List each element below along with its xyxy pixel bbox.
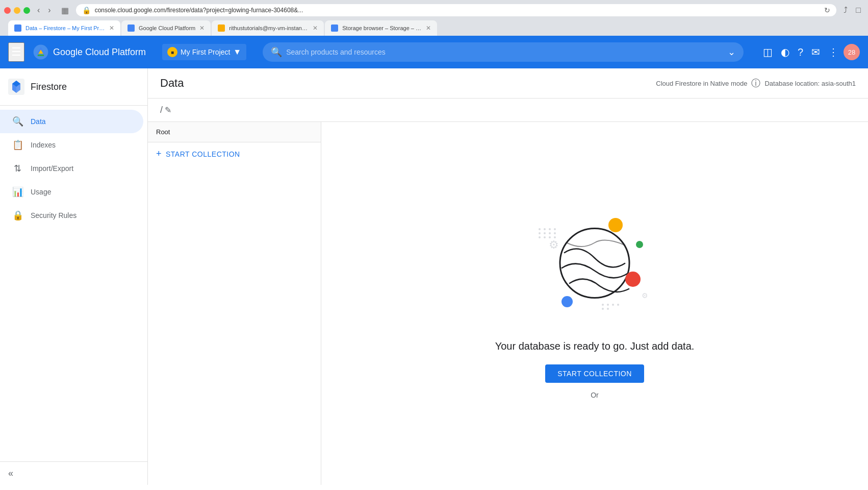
- back-button[interactable]: ‹: [34, 5, 43, 16]
- project-name-text: My First Project: [181, 48, 230, 56]
- sidebar-title: Firestore: [31, 82, 67, 92]
- tab-label-1: Data – Firestore – My First Project – Go…: [25, 25, 105, 31]
- help-button[interactable]: ?: [795, 43, 806, 61]
- green-dot: [636, 241, 643, 248]
- empty-state-title: Your database is ready to go. Just add d…: [495, 340, 695, 352]
- search-expand-icon[interactable]: ⌄: [728, 46, 735, 58]
- sidebar: Firestore 🔍 Data 📋 Indexes ⇅ Import/Expo…: [0, 68, 148, 485]
- tab-favicon-2: [127, 24, 135, 32]
- mode-help-icon[interactable]: ⓘ: [751, 77, 760, 89]
- sidebar-item-indexes-label: Indexes: [31, 141, 56, 149]
- tab-label-4: Storage browser – Storage – My First Pro…: [342, 25, 422, 31]
- tab-close-3[interactable]: ✕: [313, 24, 318, 32]
- app: ☰ Google Cloud Platform ■ My First Proje…: [0, 36, 868, 485]
- sidebar-item-data-label: Data: [31, 117, 46, 126]
- sidebar-item-import-export[interactable]: ⇅ Import/Export: [0, 157, 143, 180]
- usage-icon: 📊: [12, 186, 22, 198]
- blue-dot: [561, 296, 573, 307]
- search-input[interactable]: [286, 48, 724, 56]
- panel-header: Root: [148, 122, 321, 142]
- browser-titlebar: ‹ › ▦ 🔒 console.cloud.google.com/firesto…: [4, 4, 864, 16]
- path-bar: / ✎: [148, 99, 868, 122]
- sidebar-item-data[interactable]: 🔍 Data: [0, 110, 143, 133]
- top-navigation: ☰ Google Cloud Platform ■ My First Proje…: [0, 36, 868, 68]
- firestore-logo-icon: [8, 79, 24, 95]
- page-title: Data: [160, 77, 184, 90]
- lock-icon: 🔒: [82, 6, 91, 14]
- topnav-actions: ◫ ◐ ? ✉ ⋮ 28: [760, 43, 860, 61]
- location-label: Database location: asia-south1: [764, 80, 856, 87]
- share-button[interactable]: ⤴: [840, 5, 851, 16]
- cloud-shell-button[interactable]: ◐: [778, 43, 793, 61]
- or-text: Or: [591, 391, 599, 399]
- sidebar-toggle-button[interactable]: ▦: [58, 5, 72, 16]
- search-bar[interactable]: 🔍 ⌄: [263, 42, 744, 62]
- maximize-window-button[interactable]: [23, 7, 30, 14]
- brand-link[interactable]: Google Cloud Platform: [33, 44, 146, 60]
- notifications-button[interactable]: ✉: [808, 43, 823, 61]
- brand-name-text: Google Cloud Platform: [53, 47, 146, 58]
- tab-favicon-3: [218, 24, 225, 32]
- red-dot: [625, 272, 641, 287]
- sidebar-item-usage-label: Usage: [31, 188, 51, 196]
- marketplace-button[interactable]: ◫: [760, 43, 776, 61]
- gear-small-icon: ⚙: [549, 238, 559, 252]
- security-icon: 🔒: [12, 210, 22, 221]
- svg-rect-1: [38, 55, 44, 56]
- start-collection-button[interactable]: + START COLLECTION: [148, 142, 321, 165]
- fullscreen-button[interactable]: □: [853, 5, 864, 16]
- tabs-bar: Data – Firestore – My First Project – Go…: [4, 20, 864, 36]
- minimize-window-button[interactable]: [14, 7, 20, 14]
- header-info: Cloud Firestore in Native mode ⓘ Databas…: [656, 77, 856, 89]
- browser-tab-2[interactable]: Google Cloud Platform ✕: [121, 20, 211, 36]
- close-window-button[interactable]: [4, 7, 11, 14]
- import-export-icon: ⇅: [12, 163, 22, 174]
- tab-close-1[interactable]: ✕: [109, 24, 114, 32]
- mode-label: Cloud Firestore in Native mode: [656, 80, 747, 87]
- sidebar-item-security-rules-label: Security Rules: [31, 211, 76, 219]
- sidebar-item-indexes[interactable]: 📋 Indexes: [0, 133, 143, 157]
- data-icon: 🔍: [12, 116, 22, 127]
- forward-button[interactable]: ›: [45, 5, 54, 16]
- tab-favicon-1: [14, 24, 21, 32]
- start-collection-label: START COLLECTION: [166, 150, 240, 158]
- content-header: Data Cloud Firestore in Native mode ⓘ Da…: [148, 68, 868, 99]
- plus-icon: +: [156, 149, 162, 159]
- project-dropdown-icon: ▼: [233, 47, 241, 57]
- gear-small2-icon: ⚙: [642, 291, 648, 300]
- collapse-icon: «: [8, 468, 13, 479]
- orange-dot: [608, 218, 623, 232]
- browser-tab-1[interactable]: Data – Firestore – My First Project – Go…: [8, 20, 120, 36]
- more-button[interactable]: ⋮: [825, 43, 841, 61]
- path-root-separator: /: [160, 105, 163, 115]
- sidebar-header: Firestore: [0, 68, 147, 106]
- browser-chrome: ‹ › ▦ 🔒 console.cloud.google.com/firesto…: [0, 0, 868, 36]
- tab-label-3: rithustutorials@my-vm-instance-that-talk…: [229, 25, 309, 31]
- tab-favicon-4: [331, 24, 338, 32]
- sidebar-collapse-button[interactable]: «: [0, 461, 147, 485]
- browser-nav-buttons: ‹ ›: [34, 5, 54, 16]
- main-content: Firestore 🔍 Data 📋 Indexes ⇅ Import/Expo…: [0, 68, 868, 485]
- data-area: Root + START COLLECTION: [148, 122, 868, 485]
- refresh-button[interactable]: ↻: [824, 6, 830, 14]
- browser-actions: ⤴ □: [840, 5, 864, 16]
- avatar[interactable]: 28: [844, 44, 860, 60]
- gcp-logo-icon: [33, 44, 49, 60]
- address-bar[interactable]: 🔒 console.cloud.google.com/firestore/dat…: [76, 4, 837, 16]
- start-collection-cta-button[interactable]: START COLLECTION: [545, 364, 644, 383]
- sidebar-nav: 🔍 Data 📋 Indexes ⇅ Import/Export 📊 Usage…: [0, 106, 147, 461]
- empty-state-illustration: ⚙ ⚙: [539, 208, 651, 320]
- firestore-globe-icon: [554, 223, 635, 306]
- empty-state: ⚙ ⚙ Your database is ready to go. Just a…: [321, 122, 868, 485]
- sidebar-item-security-rules[interactable]: 🔒 Security Rules: [0, 204, 143, 227]
- project-selector[interactable]: ■ My First Project ▼: [162, 44, 246, 60]
- browser-tab-4[interactable]: Storage browser – Storage – My First Pro…: [325, 20, 437, 36]
- search-icon: 🔍: [271, 46, 282, 58]
- collection-panel: Root + START COLLECTION: [148, 122, 321, 485]
- tab-close-4[interactable]: ✕: [426, 24, 431, 32]
- path-edit-icon[interactable]: ✎: [165, 105, 171, 115]
- tab-close-2[interactable]: ✕: [199, 24, 205, 32]
- browser-tab-3[interactable]: rithustutorials@my-vm-instance-that-talk…: [212, 20, 324, 36]
- menu-button[interactable]: ☰: [8, 42, 24, 62]
- sidebar-item-usage[interactable]: 📊 Usage: [0, 180, 143, 204]
